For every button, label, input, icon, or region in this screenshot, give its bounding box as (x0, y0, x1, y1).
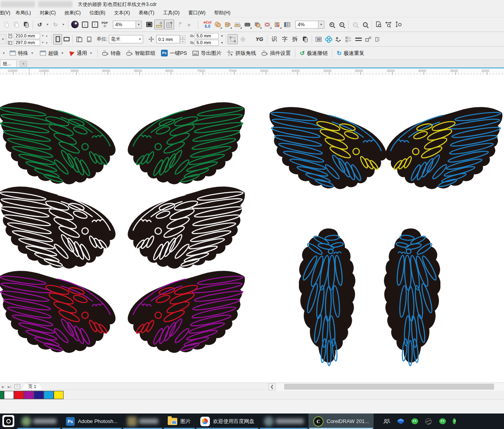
taskbar-item-blurred-2[interactable] (122, 413, 163, 429)
plugin-tool-shapes-icon[interactable] (213, 19, 223, 29)
green-wing-right[interactable] (126, 99, 246, 186)
globe-tray-icon[interactable] (425, 418, 432, 425)
layers-tray-icon[interactable] (397, 418, 404, 425)
add-page-icon[interactable]: + (14, 384, 20, 389)
fast-undo-button[interactable]: ↺ 极速撤销 (297, 48, 330, 58)
scrollbar-thumb[interactable] (284, 384, 494, 390)
plugin-settings-button[interactable]: 插件设置 (259, 48, 293, 58)
zoom-page-icon[interactable] (374, 19, 384, 29)
ecut-icon[interactable]: eCut6.0 (204, 20, 211, 29)
copy-icon[interactable] (11, 19, 21, 29)
wechat-tray-icon-2[interactable] (439, 418, 446, 425)
plugin-tool-mug-icon[interactable] (223, 19, 233, 29)
redo-icon[interactable]: ↻ (50, 19, 60, 29)
palette-swatch[interactable] (44, 391, 54, 399)
zoom-selected-icon[interactable]: ▫ (350, 19, 360, 29)
list-options-icon[interactable] (314, 34, 324, 44)
menu-bitmaps[interactable]: 位图(B) (85, 9, 110, 17)
page-width-input[interactable] (14, 33, 40, 39)
zoom-width-icon[interactable] (384, 19, 394, 29)
add-wave-icon[interactable] (333, 34, 343, 44)
common-menu-button[interactable]: 通用▼ (67, 48, 96, 58)
taskbar-item-pictures[interactable]: 图片 (163, 413, 196, 429)
special-menu-button[interactable]: 特殊▼ (7, 48, 37, 58)
page-tab-1[interactable]: 页 1 (22, 383, 43, 390)
white-wing-right[interactable] (126, 183, 246, 270)
plugin-tool-contour-icon[interactable] (262, 19, 272, 29)
paste-icon[interactable] (21, 19, 31, 29)
undo-dropdown-icon[interactable]: ▼ (45, 19, 50, 29)
cut-icon[interactable] (1, 19, 11, 29)
menu-table[interactable]: 表格(T) (134, 9, 159, 17)
super-menu-button[interactable]: 超级▼ (37, 48, 67, 58)
drawing-canvas[interactable] (0, 75, 504, 382)
menu-text[interactable]: 文本(X) (110, 9, 134, 17)
palette-swatch[interactable] (24, 391, 34, 399)
tray-partial-icon[interactable] (453, 418, 456, 425)
white-wing-left[interactable] (0, 183, 117, 270)
text-tool-button[interactable]: 字 (279, 34, 290, 44)
treat-as-filled-icon[interactable] (228, 34, 238, 44)
zoom-in-icon[interactable]: + (327, 19, 337, 29)
yg-tool-button[interactable]: YG (253, 34, 266, 44)
last-page-icon[interactable]: ▶| (6, 384, 13, 390)
wechat-tray-icon[interactable] (411, 418, 418, 425)
green-wing-left[interactable] (0, 99, 117, 186)
one-key-ps-button[interactable]: Ps 一键PS (158, 48, 190, 58)
convert-to-curves-button[interactable]: 转曲 (99, 48, 124, 58)
plugin-tool-measure-icon[interactable] (233, 19, 242, 29)
menu-object[interactable]: 对象(C) (35, 9, 60, 17)
plugin-tool-table-icon[interactable] (282, 19, 292, 29)
export-icon[interactable]: ↑ (90, 19, 100, 29)
plugin-tool-screen-icon[interactable]: ... (242, 19, 252, 29)
scroll-left-ic[interactable]: ❮ (268, 383, 276, 390)
page-height-input[interactable] (14, 40, 40, 46)
purple-red-wing-left[interactable] (0, 267, 117, 355)
current-page-icon[interactable] (84, 34, 94, 44)
zoom-level-dropdown-icon[interactable]: ▼ (136, 21, 142, 29)
nudge-spinner[interactable]: ▲▼ (180, 35, 185, 43)
horizontal-scrollbar[interactable] (276, 383, 504, 391)
preset-dropdown-icon[interactable]: ▼ (0, 34, 6, 44)
show-guidelines-icon[interactable] (174, 19, 184, 29)
recognize-tool-button[interactable]: 识 (269, 34, 279, 44)
palette-swatch[interactable] (34, 391, 44, 399)
all-pages-icon[interactable] (74, 34, 84, 44)
app-launcher-icon[interactable] (70, 19, 80, 29)
flower-tool-icon[interactable] (324, 34, 333, 44)
blue-yellow-wing-right[interactable] (384, 103, 503, 191)
nudge-distance-input[interactable] (156, 35, 180, 43)
pluginbar-overflow-icon[interactable]: ▼ (1, 48, 7, 58)
purple-red-wing-right[interactable] (126, 267, 246, 355)
double-wave-icon[interactable] (353, 34, 363, 44)
add-node-icon[interactable]: ⊕ (238, 34, 248, 44)
split-tool-button[interactable]: 拆 (290, 34, 300, 44)
spacing-tool-icon[interactable] (343, 34, 353, 44)
palette-swatch[interactable] (54, 391, 64, 399)
duplicate-y-dropdown-icon[interactable]: ▼ (219, 41, 224, 44)
blue-yellow-wing-left[interactable] (269, 103, 388, 191)
zoom-level-input[interactable] (113, 21, 136, 29)
copy-props-icon[interactable] (300, 34, 310, 44)
zoom-right-dropdown-icon[interactable]: ▼ (318, 21, 324, 29)
taskbar-item-coreldraw[interactable]: C CorelDRAW 201... (308, 413, 374, 429)
menu-tools[interactable]: 工具(O) (159, 9, 184, 17)
plugin-tool-stack-icon[interactable] (252, 19, 262, 29)
portrait-button[interactable] (53, 34, 62, 45)
blue-vertical-wing-right[interactable] (377, 228, 440, 367)
blue-vertical-wing-left[interactable] (299, 228, 362, 367)
export-image-button[interactable]: 导出图片 (190, 48, 224, 58)
publish-pdf-icon[interactable]: PDF⊞ (100, 19, 110, 29)
smart-group-button[interactable]: 智能群组 (124, 48, 158, 58)
zoom-height-icon[interactable] (394, 19, 403, 29)
taskbar-item-photoshop[interactable]: Ps Adobe Photosh... (61, 413, 122, 429)
duplicate-y-input[interactable] (195, 40, 219, 46)
fast-redo-button[interactable]: ↻ 极速重复 (334, 48, 367, 58)
document-tab-active[interactable]: 翅... (0, 60, 17, 67)
units-select[interactable]: 毫米▼ (109, 35, 143, 43)
screenshot-app-icon[interactable] (2, 415, 14, 427)
people-tray-icon[interactable] (383, 418, 390, 425)
menu-window[interactable]: 窗口(W) (184, 9, 210, 17)
fullscreen-preview-icon[interactable] (144, 19, 154, 29)
imposition-marks-button[interactable]: 拼版角线 (224, 48, 259, 58)
